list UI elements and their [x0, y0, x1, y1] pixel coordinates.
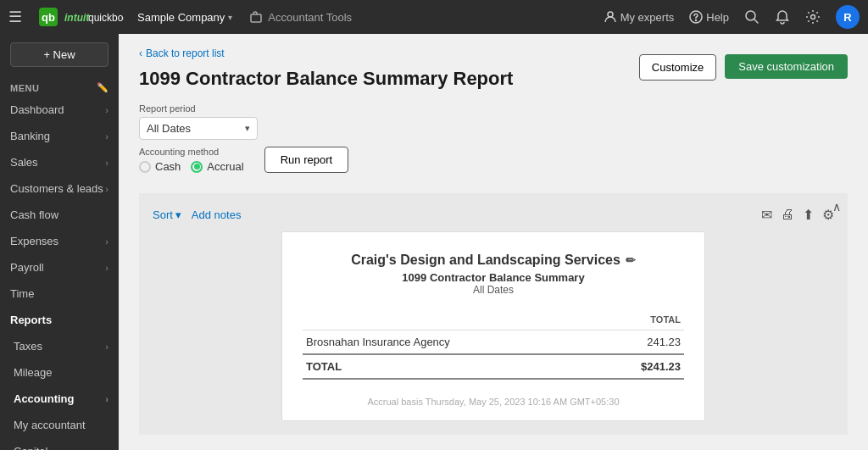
total-label: TOTAL — [303, 354, 589, 379]
sidebar: + New MENU ✏️ Dashboard › Banking › Sale… — [0, 34, 119, 450]
total-column-header: TOTAL — [589, 309, 685, 331]
new-button[interactable]: + New — [10, 42, 108, 67]
company-selector[interactable]: Sample Company ▾ — [137, 11, 232, 24]
report-footer: Accrual basis Thursday, May 25, 2023 10:… — [303, 397, 684, 407]
settings-icon[interactable] — [805, 9, 821, 25]
sidebar-item-sales[interactable]: Sales › — [0, 149, 119, 175]
select-caret-icon: ▾ — [245, 123, 250, 134]
accrual-radio-circle — [191, 161, 203, 173]
method-and-run-bar: Accounting method Cash — [139, 147, 513, 173]
sort-caret-icon: ▾ — [175, 208, 181, 221]
total-row: TOTAL $241.23 — [303, 354, 684, 379]
accrual-radio[interactable]: Accrual — [191, 160, 243, 173]
svg-point-5 — [608, 12, 613, 17]
svg-point-8 — [746, 11, 755, 20]
cash-radio-circle — [139, 161, 151, 173]
accountant-tools-button[interactable]: Accountant Tools — [249, 10, 352, 24]
sidebar-item-reports[interactable]: Reports — [0, 307, 119, 333]
chevron-right-icon: › — [105, 342, 108, 352]
accounting-method-label: Accounting method — [139, 147, 244, 157]
report-toolbar: Sort ▾ Add notes ✉ 🖨 ⬆ ⚙ — [153, 207, 834, 223]
search-icon[interactable] — [744, 9, 760, 25]
report-title: 1099 Contractor Balance Summary — [303, 271, 684, 284]
edit-company-icon[interactable]: ✏ — [626, 253, 636, 267]
chevron-right-icon: › — [105, 158, 108, 168]
content-inner: ‹ Back to report list 1099 Contractor Ba… — [119, 34, 868, 448]
sidebar-item-cash-flow[interactable]: Cash flow — [0, 202, 119, 228]
add-notes-button[interactable]: Add notes — [192, 208, 242, 221]
person-icon — [604, 10, 617, 24]
svg-point-7 — [696, 20, 697, 21]
sort-button[interactable]: Sort ▾ — [153, 208, 181, 221]
sidebar-item-banking[interactable]: Banking › — [0, 123, 119, 149]
my-experts-button[interactable]: My experts — [604, 10, 675, 24]
sidebar-item-customers-leads[interactable]: Customers & leads › — [0, 175, 119, 202]
export-icon[interactable]: ⬆ — [803, 207, 814, 223]
chevron-right-icon: › — [105, 447, 108, 451]
top-nav: ☰ qb intuit quickbooks Sample Company ▾ … — [0, 0, 868, 34]
sidebar-item-time[interactable]: Time — [0, 281, 119, 307]
page-title: 1099 Contractor Balance Summary Report — [139, 68, 513, 90]
email-icon[interactable]: ✉ — [761, 207, 772, 223]
quickbooks-logo-svg: qb intuit quickbooks — [39, 8, 124, 26]
accounting-method-group: Accounting method Cash — [139, 147, 244, 173]
sidebar-item-expenses[interactable]: Expenses › — [0, 228, 119, 254]
top-controls: ‹ Back to report list 1099 Contractor Ba… — [139, 47, 848, 180]
help-button[interactable]: Help — [689, 10, 729, 24]
svg-text:intuit: intuit — [64, 12, 90, 24]
sidebar-item-dashboard[interactable]: Dashboard › — [0, 97, 119, 123]
sidebar-item-taxes[interactable]: Taxes › — [0, 333, 119, 359]
report-period-group: Report period All Dates ▾ — [139, 103, 258, 140]
sidebar-item-my-accountant[interactable]: My accountant — [0, 412, 119, 438]
table-row: Brosnahan Insurance Agency 241.23 — [303, 331, 684, 355]
sidebar-item-accounting[interactable]: Accounting › — [0, 386, 119, 412]
company-name: Sample Company — [137, 11, 225, 24]
save-customization-button[interactable]: Save customization — [725, 54, 848, 79]
total-value: $241.23 — [589, 354, 685, 379]
content-area: ‹ Back to report list 1099 Contractor Ba… — [119, 34, 868, 450]
chevron-right-icon: › — [105, 105, 108, 115]
sidebar-item-capital[interactable]: Capital › — [0, 438, 119, 450]
back-to-report-list-link[interactable]: ‹ Back to report list — [139, 47, 513, 59]
svg-rect-4 — [251, 14, 261, 22]
main-layout: + New MENU ✏️ Dashboard › Banking › Sale… — [0, 34, 868, 450]
briefcase-icon — [249, 10, 263, 24]
chevron-left-icon: ‹ — [139, 47, 142, 59]
filters-bar: Report period All Dates ▾ — [139, 103, 513, 140]
report-wrapper: ∧ Sort ▾ Add notes ✉ 🖨 ⬆ — [139, 193, 848, 435]
svg-point-9 — [811, 15, 815, 19]
sidebar-item-payroll[interactable]: Payroll › — [0, 254, 119, 281]
chevron-right-icon: › — [105, 184, 108, 194]
qb-logo: qb intuit quickbooks — [39, 8, 124, 26]
report-company-name: Craig's Design and Landscaping Services … — [303, 253, 684, 268]
report-card: Craig's Design and Landscaping Services … — [281, 231, 705, 421]
date-period-select[interactable]: All Dates ▾ — [139, 117, 258, 140]
method-options: Cash Accrual — [139, 160, 244, 173]
chevron-right-icon: › — [105, 236, 108, 247]
row-value: 241.23 — [589, 331, 685, 355]
notifications-icon[interactable] — [775, 9, 790, 25]
print-icon[interactable]: 🖨 — [781, 207, 794, 223]
report-date-range: All Dates — [303, 284, 684, 296]
svg-text:qb: qb — [42, 11, 55, 24]
user-avatar[interactable]: R — [836, 5, 860, 29]
chevron-right-icon: › — [105, 394, 108, 404]
hamburger-icon[interactable]: ☰ — [8, 8, 22, 26]
help-icon — [689, 10, 703, 24]
edit-menu-icon[interactable]: ✏️ — [97, 82, 109, 93]
customize-buttons: Customize Save customization — [639, 54, 848, 81]
collapse-button[interactable]: ∧ — [832, 200, 841, 214]
cash-radio[interactable]: Cash — [139, 160, 181, 173]
menu-section-label: MENU ✏️ — [0, 75, 119, 97]
radio-dot — [194, 164, 200, 169]
left-controls: ‹ Back to report list 1099 Contractor Ba… — [139, 47, 513, 180]
run-report-button[interactable]: Run report — [264, 147, 348, 173]
nav-right: My experts Help R — [604, 5, 860, 29]
chevron-right-icon: › — [105, 263, 108, 273]
svg-text:quickbooks: quickbooks — [88, 12, 124, 24]
report-period-label: Report period — [139, 103, 258, 114]
customize-button[interactable]: Customize — [639, 54, 716, 81]
sidebar-item-mileage[interactable]: Mileage — [0, 359, 119, 386]
report-table: TOTAL Brosnahan Insurance Agency 241.23 … — [303, 309, 684, 380]
company-caret-icon: ▾ — [228, 13, 232, 22]
